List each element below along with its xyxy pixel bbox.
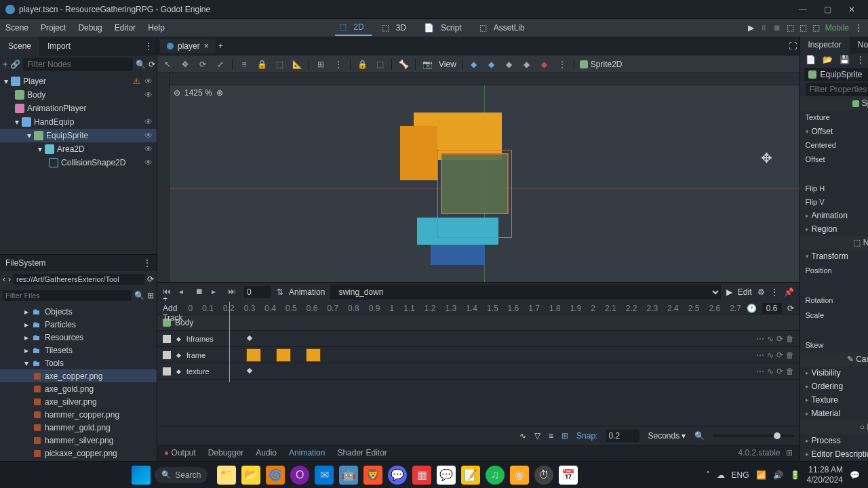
folder-tools[interactable]: ▾🖿Tools <box>0 357 157 369</box>
mode-3d[interactable]: ⬚ 3D <box>378 20 414 36</box>
file-axe-copper[interactable]: axe_copper.png <box>0 369 157 382</box>
selection-rect[interactable] <box>437 150 512 238</box>
folder-objects[interactable]: ▸🖿Objects <box>0 305 157 318</box>
menu-project[interactable]: Project <box>41 23 66 33</box>
file-hammer-silver[interactable]: hammer_silver.png <box>0 434 157 447</box>
task-calendar[interactable]: 📅 <box>559 466 578 485</box>
close-button[interactable]: ✕ <box>841 3 863 16</box>
move-tool[interactable]: ✥ <box>179 58 191 70</box>
edit-menu[interactable]: Edit <box>738 287 752 297</box>
snap-value-input[interactable] <box>606 430 639 442</box>
folder-resources[interactable]: ▸🖿Resources <box>0 331 157 344</box>
search-icon[interactable]: 🔍 <box>136 60 146 69</box>
zoom-out-button[interactable]: ⊖ <box>174 88 180 98</box>
fs-filter-input[interactable] <box>3 290 132 301</box>
menu-more[interactable]: ⋮ <box>854 23 863 33</box>
filter-icon[interactable]: ▽ <box>534 431 540 441</box>
key-tool-5[interactable]: ◆ <box>538 58 551 70</box>
search-icon[interactable]: 🔍 <box>134 291 144 300</box>
start-button[interactable] <box>132 466 151 485</box>
keyframe[interactable] <box>247 368 252 373</box>
group-tool[interactable]: ⬚ <box>273 58 285 70</box>
tab-output[interactable]: ● Output <box>164 448 196 458</box>
insp-load-icon[interactable]: 📂 <box>823 55 833 64</box>
view-menu[interactable]: View <box>439 60 456 69</box>
add-node-button[interactable]: + <box>3 60 7 69</box>
track-enabled-check[interactable] <box>163 335 171 343</box>
track-enabled-check[interactable] <box>163 367 171 375</box>
scale-tool[interactable]: ⤢ <box>214 58 226 70</box>
node-animationplayer[interactable]: AnimationPlayer <box>0 102 157 115</box>
tab-node[interactable]: Node <box>850 37 868 54</box>
instance-button[interactable]: 🔗 <box>10 60 20 69</box>
task-app-2[interactable]: ▦ <box>412 466 431 485</box>
fs-view-icon[interactable]: ⊞ <box>147 291 154 300</box>
node-collisionshape2d[interactable]: CollisionShape2D👁 <box>0 156 157 169</box>
visibility-icon[interactable]: 👁 <box>144 90 153 100</box>
tray-clock[interactable]: 11:28 AM 4/20/2024 <box>807 465 843 485</box>
keyframe-sprite[interactable] <box>276 348 291 362</box>
sprite-character[interactable] <box>400 113 515 268</box>
time-unit-select[interactable]: Seconds ▾ <box>648 431 686 441</box>
class-node2d[interactable]: ⬚ Node2D <box>800 236 869 249</box>
anim-time-input[interactable] <box>244 286 271 298</box>
fs-forward-button[interactable]: › <box>8 274 11 284</box>
filter-nodes-input[interactable] <box>23 58 133 71</box>
tab-debugger[interactable]: Debugger <box>208 448 244 458</box>
section-editor-desc[interactable]: ▸Editor Description <box>800 447 869 461</box>
track-hframes[interactable]: ◆ hframes ⋯∿⟳🗑 <box>157 331 800 347</box>
section-material[interactable]: ▸Material <box>800 407 869 420</box>
tab-import[interactable]: Import <box>39 37 79 56</box>
task-notes[interactable]: 📝 <box>461 466 480 485</box>
track-ctl[interactable]: ⋯ <box>756 350 764 360</box>
new-tab-button[interactable]: + <box>218 41 223 51</box>
folder-tilesets[interactable]: ▸🖿Tilesets <box>0 344 157 357</box>
visibility-icon[interactable]: 👁 <box>144 117 153 127</box>
task-opera[interactable]: O <box>290 466 309 485</box>
distraction-free-icon[interactable]: ⛶ <box>789 41 797 51</box>
play-scene-button[interactable]: ⬚ <box>787 23 794 33</box>
rotate-tool[interactable]: ⟳ <box>197 58 209 70</box>
tray-wifi-icon[interactable]: 📶 <box>756 470 766 480</box>
file-hammer-copper[interactable]: hammer_copper.png <box>0 408 157 421</box>
panel-menu-icon[interactable]: ⋮ <box>140 41 157 51</box>
track-ctl[interactable]: ⟳ <box>776 367 783 376</box>
snap-icon[interactable]: ⊞ <box>561 431 568 441</box>
bone-tool[interactable]: 🦴 <box>397 58 410 70</box>
mode-2d[interactable]: ⬚ 2D <box>335 20 372 36</box>
timeline-cursor[interactable] <box>229 302 230 382</box>
track-group-body[interactable]: Body <box>157 315 800 331</box>
key-tool-3[interactable]: ◆ <box>503 58 515 70</box>
task-app-4[interactable]: ⏱ <box>534 466 553 485</box>
bezier-icon[interactable]: ∿ <box>519 431 526 441</box>
key-tool-4[interactable]: ◆ <box>521 58 533 70</box>
list-icon[interactable]: ≡ <box>549 431 553 441</box>
task-mail[interactable]: ✉ <box>315 466 334 485</box>
close-tab-icon[interactable]: × <box>204 41 209 51</box>
track-ctl[interactable]: ⋯ <box>756 367 764 376</box>
track-ctl[interactable]: ⟳ <box>776 350 783 360</box>
class-sprite2d[interactable]: Sprite2D <box>800 96 869 110</box>
snap-options[interactable]: ⋮ <box>332 58 344 70</box>
taskbar-search[interactable]: 🔍 Search <box>155 467 208 483</box>
section-visibility[interactable]: ▸Visibility <box>800 366 869 380</box>
timeline-zoom-slider[interactable] <box>713 434 794 437</box>
autoplay-icon[interactable]: ▶ <box>726 287 732 297</box>
menu-help[interactable]: Help <box>148 23 165 33</box>
key-tool-1[interactable]: ◆ <box>468 58 480 70</box>
node-area2d[interactable]: ▾Area2D👁 <box>0 142 157 156</box>
track-ctl[interactable]: ∿ <box>767 334 774 344</box>
lock-tool[interactable]: 🔒 <box>256 58 268 70</box>
fs-menu-icon[interactable]: ⋮ <box>143 258 151 268</box>
movie-button[interactable]: ⬚ <box>812 23 820 33</box>
inspector-node-select[interactable]: EquipSprite ▾ <box>804 68 869 81</box>
task-discord[interactable]: 💬 <box>388 466 407 485</box>
maximize-button[interactable]: ▢ <box>816 3 838 16</box>
section-offset[interactable]: ▾Offset <box>800 125 869 138</box>
zoom-in-button[interactable]: ⊕ <box>216 88 223 98</box>
stop-button[interactable]: ⏹ <box>773 23 781 33</box>
menu-editor[interactable]: Editor <box>115 23 136 33</box>
task-godot[interactable]: 🤖 <box>339 466 358 485</box>
track-texture[interactable]: ◆ texture ⋯∿⟳🗑 <box>157 363 800 380</box>
file-pickaxe-copper[interactable]: pickaxe_copper.png <box>0 447 157 460</box>
